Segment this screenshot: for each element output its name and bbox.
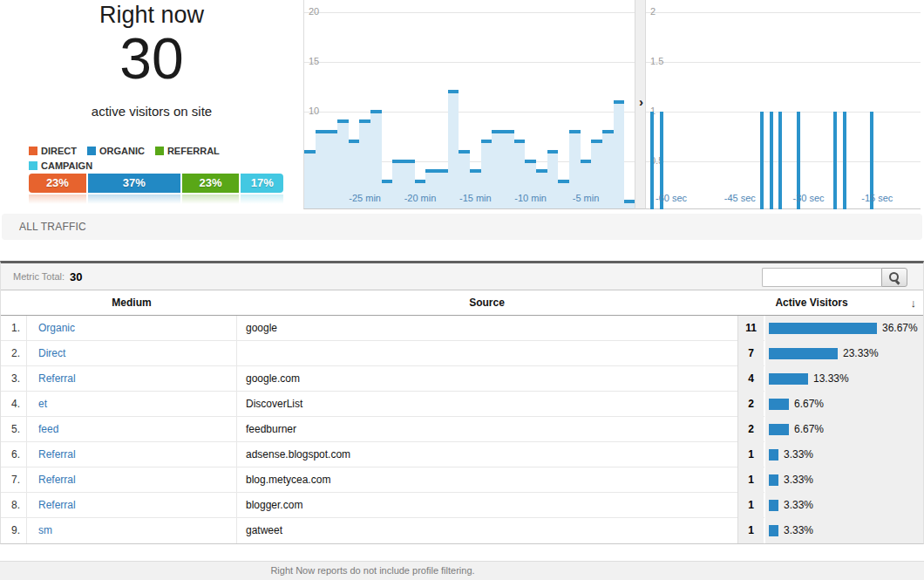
column-header-active-visitors[interactable]: Active Visitors xyxy=(737,290,886,316)
table-row: 6. Referral adsense.blogspot.com 1 3.33% xyxy=(1,442,923,467)
gridline xyxy=(646,112,921,113)
minute-bar xyxy=(349,140,359,143)
table-body: 1. Organic google 11 36.67% 2. Direct 7 … xyxy=(1,316,923,543)
x-axis-tick-label: -15 min xyxy=(449,193,501,203)
active-visitors-subtitle: active visitors on site xyxy=(0,104,303,119)
percentage-cell: 3.33% xyxy=(764,467,923,493)
search-button[interactable] xyxy=(881,268,907,287)
active-visitor-count: 7 xyxy=(737,341,764,366)
minute-bar xyxy=(558,180,569,183)
breakdown-segment: 17% xyxy=(241,174,283,193)
minute-bar xyxy=(370,110,382,113)
y-axis-tick-label: 1.5 xyxy=(650,56,663,66)
metric-total-value: 30 xyxy=(70,263,82,290)
table-row: 7. Referral blog.metycea.com 1 3.33% xyxy=(1,467,923,493)
row-rank: 4. xyxy=(1,392,27,417)
table-row: 9. sm gatweet 1 3.33% xyxy=(1,518,923,543)
percentage-label: 6.67% xyxy=(794,392,824,416)
source-value: gatweet xyxy=(236,518,737,543)
column-header-source[interactable]: Source xyxy=(236,290,737,316)
minute-bar xyxy=(316,130,326,133)
source-value: blogger.com xyxy=(236,493,737,518)
metric-total-label: Metric Total: xyxy=(13,263,65,290)
table-row: 1. Organic google 11 36.67% xyxy=(1,316,923,341)
gridline xyxy=(304,12,635,13)
search-icon xyxy=(888,271,901,284)
minute-bar xyxy=(514,140,525,143)
reflection-fade xyxy=(29,194,283,205)
row-rank: 9. xyxy=(1,518,27,543)
second-bar xyxy=(770,112,773,209)
percentage-bar xyxy=(769,323,877,334)
row-rank: 3. xyxy=(1,366,27,392)
percentage-cell: 6.67% xyxy=(764,392,923,417)
minute-bar xyxy=(591,140,602,143)
x-axis-tick-label: -5 min xyxy=(560,193,612,203)
percentage-bar xyxy=(769,373,808,385)
percentage-label: 23.33% xyxy=(843,341,879,365)
minute-bar-fill xyxy=(304,154,316,208)
percentage-bar xyxy=(769,500,778,511)
gridline xyxy=(646,161,921,162)
source-value: adsense.blogspot.com xyxy=(236,442,737,467)
percentage-bar xyxy=(769,348,838,359)
traffic-breakdown-bar: 23%37%23%17% xyxy=(29,174,283,193)
percentage-cell: 3.33% xyxy=(764,442,923,467)
gridline xyxy=(646,12,921,13)
breakdown-segment: 37% xyxy=(88,174,180,193)
source-value: google xyxy=(236,316,737,341)
active-visitor-count: 2 xyxy=(737,417,764,442)
x-axis-tick-label: -10 min xyxy=(505,193,557,203)
sort-descending-icon[interactable]: ↓ xyxy=(911,290,917,316)
legend-swatch-icon xyxy=(29,161,37,170)
minute-bar xyxy=(525,160,536,163)
active-visitor-count: 4 xyxy=(737,366,764,392)
medium-link[interactable]: Referral xyxy=(28,366,235,391)
minute-bar xyxy=(470,169,481,173)
medium-link[interactable]: Referral xyxy=(28,493,235,517)
medium-link[interactable]: Referral xyxy=(28,467,235,492)
second-bar xyxy=(833,112,837,209)
row-rank: 5. xyxy=(1,417,27,442)
y-axis-tick-label: 10 xyxy=(309,106,319,116)
medium-link[interactable]: sm xyxy=(28,518,235,542)
expand-chart-arrow-icon[interactable]: › xyxy=(636,94,646,109)
gridline xyxy=(304,62,635,63)
percentage-cell: 36.67% xyxy=(764,316,923,341)
active-visitor-count: 1 xyxy=(737,518,764,543)
active-visitor-count: 1 xyxy=(737,442,764,467)
table-row: 2. Direct 7 23.33% xyxy=(1,341,923,366)
row-rank: 2. xyxy=(1,341,27,366)
minute-bar xyxy=(304,150,316,154)
medium-link[interactable]: Referral xyxy=(28,442,235,467)
column-header-medium[interactable]: Medium xyxy=(27,290,236,316)
gridline xyxy=(304,112,635,113)
x-axis-tick-label: -25 min xyxy=(339,193,391,203)
medium-link[interactable]: feed xyxy=(28,417,235,441)
minute-bar xyxy=(459,150,470,154)
medium-link[interactable]: Organic xyxy=(28,316,235,340)
legend-swatch-icon xyxy=(29,147,37,155)
all-traffic-section-header: ALL TRAFFIC xyxy=(2,214,922,240)
second-bar xyxy=(650,112,654,209)
search-input[interactable] xyxy=(762,268,881,287)
table-row: 8. Referral blogger.com 1 3.33% xyxy=(1,493,923,518)
minute-bar xyxy=(503,130,514,133)
percentage-label: 6.67% xyxy=(794,417,824,441)
percentage-bar xyxy=(769,399,789,410)
medium-link[interactable]: et xyxy=(28,392,235,416)
minute-bar xyxy=(569,130,581,133)
y-axis-tick-label: 15 xyxy=(309,56,319,66)
medium-link[interactable]: Direct xyxy=(28,341,235,365)
gridline xyxy=(646,62,921,63)
table-search xyxy=(762,268,907,287)
metric-total-row: Metric Total: 30 xyxy=(1,263,923,290)
x-axis-tick-label: -45 sec xyxy=(724,193,756,203)
active-visitor-count: 11 xyxy=(737,316,764,341)
table-row: 3. Referral google.com 4 13.33% xyxy=(1,366,923,392)
minute-bar xyxy=(415,180,425,183)
minute-bar xyxy=(536,169,547,173)
second-bar xyxy=(843,112,846,209)
percentage-label: 3.33% xyxy=(784,493,813,517)
minute-bar xyxy=(359,119,370,123)
